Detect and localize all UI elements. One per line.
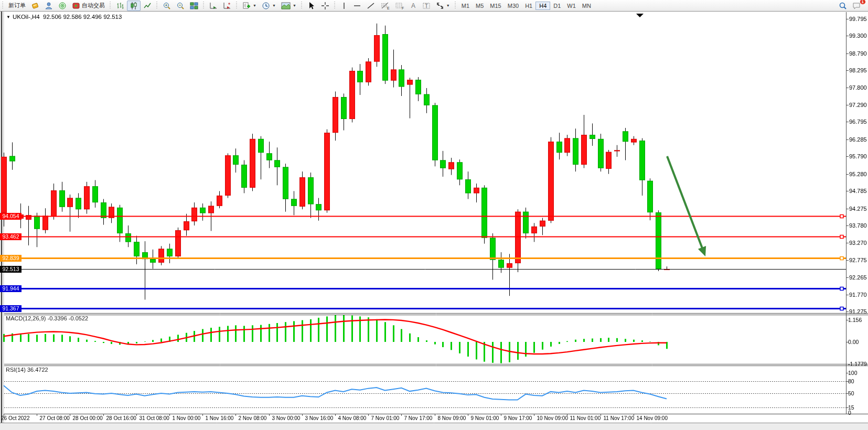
metaeditor-button[interactable] xyxy=(28,1,42,11)
timeframe-d1-button[interactable]: D1 xyxy=(550,2,564,9)
text-button[interactable]: A xyxy=(407,1,420,11)
search-button[interactable] xyxy=(836,1,850,11)
toolbar-grip[interactable] xyxy=(334,2,336,9)
vertical-line-button[interactable] xyxy=(338,1,350,11)
crosshair-icon xyxy=(321,2,329,10)
fibonacci-icon: E xyxy=(380,2,390,10)
toolbar: 新订单 自动交易 ▼ ▼ xyxy=(0,0,868,12)
text-label-button[interactable]: T xyxy=(420,1,433,11)
dropdown-caret-icon: ▼ xyxy=(446,4,450,7)
crosshair-button[interactable] xyxy=(318,1,332,11)
toolbar-grip[interactable] xyxy=(235,2,238,9)
timeframe-m1-button[interactable]: M1 xyxy=(458,2,473,9)
periods-button[interactable]: ▼ xyxy=(259,1,278,11)
chart-shift-button[interactable] xyxy=(220,1,234,11)
metaeditor-icon xyxy=(31,2,39,10)
bar-chart-button[interactable] xyxy=(113,1,127,11)
horizontal-line-icon xyxy=(353,2,361,10)
zoom-in-icon xyxy=(163,2,171,10)
dropdown-caret-icon: ▼ xyxy=(253,4,256,7)
candlestick-chart-button[interactable] xyxy=(127,1,141,11)
auto-scroll-button[interactable] xyxy=(207,1,220,11)
cursor-button[interactable] xyxy=(305,1,318,11)
new-chart-button[interactable]: ▼ xyxy=(240,1,259,11)
toolbar-grip[interactable] xyxy=(109,2,112,9)
zoom-out-icon xyxy=(176,2,185,10)
toolbar-grip[interactable] xyxy=(2,2,4,9)
notifications-button[interactable]: 1 xyxy=(850,1,864,11)
zoom-out-button[interactable] xyxy=(174,1,187,11)
clock-icon xyxy=(262,2,270,10)
timeframe-w1-button[interactable]: W1 xyxy=(564,2,579,9)
zoom-in-button[interactable] xyxy=(160,1,174,11)
new-order-button[interactable]: 新订单 xyxy=(6,1,28,11)
toolbar-grip[interactable] xyxy=(156,2,158,9)
fibonacci-button[interactable]: E xyxy=(378,1,392,11)
vertical-line-icon xyxy=(340,2,348,10)
toolbar-grip[interactable] xyxy=(454,2,457,9)
toolbar-grip[interactable] xyxy=(301,2,303,9)
grid-icon: F xyxy=(395,2,404,10)
timeframe-h1-button[interactable]: H1 xyxy=(522,2,535,9)
auto-trading-label: 自动交易 xyxy=(82,2,105,9)
candlestick-chart-icon xyxy=(130,2,138,10)
cursor-icon xyxy=(307,2,316,10)
horizontal-line-button[interactable] xyxy=(350,1,364,11)
dropdown-caret-icon: ▼ xyxy=(293,4,296,7)
chart-canvas[interactable] xyxy=(0,0,868,430)
bar-chart-icon xyxy=(116,2,124,10)
new-order-label: 新订单 xyxy=(8,2,26,9)
svg-text:F: F xyxy=(402,6,404,10)
auto-scroll-icon xyxy=(209,2,218,10)
timeframe-m15-button[interactable]: M15 xyxy=(487,2,504,9)
radar-icon xyxy=(58,2,67,10)
timeframe-h4-button[interactable]: H4 xyxy=(535,2,550,10)
search-icon xyxy=(839,2,847,10)
dropdown-caret-icon: ▼ xyxy=(272,4,276,7)
navigator-button[interactable] xyxy=(42,1,56,11)
auto-trading-button[interactable]: 自动交易 xyxy=(69,1,108,11)
timeframe-mn-button[interactable]: MN xyxy=(579,2,594,9)
timeframe-m30-button[interactable]: M30 xyxy=(505,2,522,9)
shapes-arrows-icon xyxy=(436,2,444,10)
svg-text:E: E xyxy=(387,6,390,10)
shapes-button[interactable]: ▼ xyxy=(433,1,453,11)
auto-trading-icon xyxy=(72,2,80,10)
timeframe-m5-button[interactable]: M5 xyxy=(473,2,487,9)
templates-button[interactable]: ▼ xyxy=(278,1,299,11)
trendline-icon xyxy=(367,2,375,10)
line-chart-button[interactable] xyxy=(141,1,154,11)
grid-button[interactable]: F xyxy=(392,1,407,11)
toolbar-grip[interactable] xyxy=(202,2,205,9)
chart-shift-icon xyxy=(223,2,231,10)
tile-windows-icon xyxy=(190,2,198,10)
svg-text:T: T xyxy=(425,3,428,9)
template-icon xyxy=(281,2,291,10)
trendline-button[interactable] xyxy=(364,1,378,11)
line-chart-icon xyxy=(143,2,152,10)
text-a-icon: A xyxy=(410,2,417,10)
text-label-icon: T xyxy=(422,2,431,10)
svg-text:A: A xyxy=(411,2,415,9)
chart-window xyxy=(0,11,868,423)
tile-windows-button[interactable] xyxy=(187,1,201,11)
navigator-person-icon xyxy=(45,2,53,10)
market-watch-button[interactable] xyxy=(56,1,69,11)
notification-count-badge: 1 xyxy=(860,0,866,5)
new-chart-icon xyxy=(242,2,251,10)
